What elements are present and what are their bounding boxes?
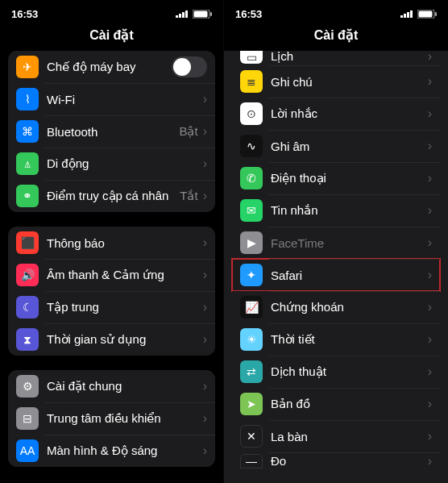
chevron-right-icon: › (203, 332, 207, 347)
row-label: Thông báo (47, 236, 203, 250)
chevron-right-icon: › (428, 397, 432, 411)
row-label: FaceTime (271, 236, 428, 250)
row-general[interactable]: ⚙Cài đặt chung› (8, 370, 215, 402)
row-translate[interactable]: ⇄Dịch thuật› (232, 356, 440, 388)
row-label: Ghi âm (271, 139, 428, 153)
chevron-right-icon: › (428, 106, 432, 121)
row-label: Wi-Fi (47, 93, 203, 106)
row-label: Điện thoại (271, 171, 428, 185)
row-stocks[interactable]: 📈Chứng khoán› (232, 291, 440, 323)
chevron-right-icon: › (428, 364, 432, 379)
row-wifi[interactable]: ⌇Wi-Fi› (8, 83, 215, 115)
status-bar: 16:53 (224, 0, 448, 23)
messages-icon: ✉ (240, 199, 263, 222)
row-display[interactable]: AAMàn hình & Độ sáng› (8, 435, 215, 467)
row-hotspot[interactable]: ⚭Điểm truy cập cá nhânTắt› (8, 180, 215, 212)
row-label: Thời gian sử dụng (47, 332, 203, 347)
chevron-right-icon: › (428, 300, 432, 314)
bluetooth-icon: ⌘ (16, 120, 39, 143)
row-label: Đo (271, 454, 428, 468)
row-safari[interactable]: ✦Safari› (232, 259, 440, 291)
svg-rect-9 (407, 12, 409, 18)
row-messages[interactable]: ✉Tin nhắn› (232, 194, 440, 227)
weather-icon: ☀ (240, 328, 263, 351)
svg-rect-2 (182, 12, 185, 18)
row-maps[interactable]: ➤Bản đồ› (232, 388, 440, 420)
toggle-airplane-mode[interactable] (172, 56, 207, 77)
row-control-center[interactable]: ⊟Trung tâm điều khiển› (8, 402, 215, 435)
chevron-right-icon: › (203, 443, 207, 458)
svg-rect-5 (194, 10, 208, 17)
row-screentime[interactable]: ⧗Thời gian sử dụng› (8, 323, 215, 356)
chevron-right-icon: › (428, 429, 432, 443)
svg-rect-6 (210, 12, 212, 16)
row-label: Trung tâm điều khiển (47, 411, 203, 426)
row-facetime[interactable]: ▶FaceTime› (232, 227, 440, 259)
chevron-right-icon: › (203, 156, 207, 171)
chevron-right-icon: › (428, 268, 432, 282)
row-bluetooth[interactable]: ⌘BluetoothBật› (8, 115, 215, 148)
stocks-icon: 📈 (240, 296, 263, 319)
svg-rect-1 (179, 14, 181, 18)
settings-group: ✈Chế độ máy bay⌇Wi-Fi›⌘BluetoothBật›⍋Di … (8, 51, 215, 212)
maps-icon: ➤ (240, 393, 263, 415)
row-measure[interactable]: —Đo› (232, 452, 440, 470)
speaker-icon: 🔊 (16, 264, 39, 286)
status-bar: 16:53 (0, 0, 223, 23)
row-notes[interactable]: ≣Ghi chú› (232, 65, 440, 98)
svg-rect-13 (435, 12, 437, 16)
signal-icon (400, 10, 414, 18)
row-label: Safari (271, 269, 428, 282)
row-cellular[interactable]: ⍋Di động› (8, 148, 215, 180)
chevron-right-icon: › (428, 139, 432, 153)
row-label: Điểm truy cập cá nhân (47, 189, 180, 203)
row-sounds[interactable]: 🔊Âm thanh & Cảm ứng› (8, 259, 215, 291)
row-reminders[interactable]: ⊙Lời nhắc› (232, 98, 440, 130)
settings-list-left[interactable]: ✈Chế độ máy bay⌇Wi-Fi›⌘BluetoothBật›⍋Di … (0, 51, 223, 483)
row-label: Di động (47, 156, 203, 171)
row-weather[interactable]: ☀Thời tiết› (232, 323, 440, 356)
settings-group: ⚙Cài đặt chung›⊟Trung tâm điều khiển›AAM… (8, 370, 215, 467)
row-label: Cài đặt chung (47, 379, 203, 393)
row-label: Lịch (271, 51, 428, 64)
svg-rect-12 (419, 10, 433, 17)
row-label: Chứng khoán (271, 300, 428, 314)
text-icon: AA (16, 439, 39, 462)
row-notifications[interactable]: ⬛Thông báo› (8, 227, 215, 259)
signal-icon (176, 10, 189, 18)
svg-rect-8 (404, 14, 406, 18)
row-calendar[interactable]: ▭Lịch› (232, 51, 440, 65)
row-label: Bluetooth (47, 125, 179, 139)
row-compass[interactable]: ✕La bàn› (232, 420, 440, 452)
battery-icon (417, 10, 437, 19)
row-label: Chế độ máy bay (47, 60, 172, 74)
page-title: Cài đặt (224, 23, 448, 51)
chevron-right-icon: › (203, 124, 207, 139)
chevron-right-icon: › (203, 300, 207, 314)
moon-icon: ☾ (16, 296, 39, 319)
row-focus[interactable]: ☾Tập trung› (8, 291, 215, 323)
svg-rect-3 (185, 10, 188, 18)
chevron-right-icon: › (203, 268, 207, 282)
row-voice-memos[interactable]: ∿Ghi âm› (232, 130, 440, 162)
chevron-right-icon: › (428, 74, 432, 89)
safari-icon: ✦ (240, 264, 263, 286)
row-phone[interactable]: ✆Điện thoại› (232, 162, 440, 194)
chevron-right-icon: › (428, 203, 432, 218)
airplane-icon: ✈ (16, 56, 39, 78)
row-label: Thời tiết (271, 332, 428, 347)
page-title: Cài đặt (0, 23, 223, 51)
chevron-right-icon: › (203, 235, 207, 250)
chevron-right-icon: › (428, 235, 432, 250)
reminders-icon: ⊙ (240, 102, 263, 125)
row-label: La bàn (271, 430, 428, 443)
row-label: Tập trung (47, 300, 203, 314)
chevron-right-icon: › (428, 332, 432, 347)
facetime-icon: ▶ (240, 231, 263, 254)
row-label: Lời nhắc (271, 106, 428, 121)
chevron-right-icon: › (203, 92, 207, 106)
row-airplane-mode[interactable]: ✈Chế độ máy bay (8, 51, 215, 83)
status-time: 16:53 (235, 8, 284, 20)
svg-rect-0 (176, 15, 178, 18)
settings-list-right[interactable]: ▭Lịch›≣Ghi chú›⊙Lời nhắc›∿Ghi âm›✆Điện t… (224, 51, 448, 483)
